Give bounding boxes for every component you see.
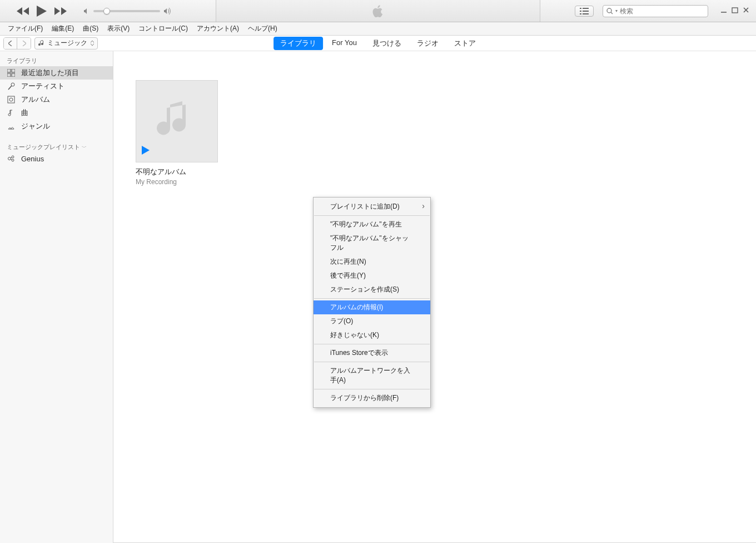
menu-help[interactable]: ヘルプ(H) [245, 23, 281, 34]
ctx-separator [314, 298, 430, 299]
menu-file[interactable]: ファイル(F) [4, 23, 46, 34]
tab-for-you[interactable]: For You [325, 37, 364, 50]
ctx-separator [314, 344, 430, 344]
svg-point-11 [9, 98, 13, 101]
ctx-item[interactable]: アルバムの情報(I) [314, 300, 430, 314]
search-input[interactable] [620, 7, 704, 15]
album-title: 不明なアルバム [136, 167, 218, 177]
ctx-item[interactable]: 後で再生(Y) [314, 269, 430, 283]
svg-rect-6 [7, 73, 11, 77]
sidebar-item-songs[interactable]: 曲 [0, 106, 113, 120]
search-dropdown-icon: ▾ [615, 8, 618, 13]
sidebar-item-label: 曲 [21, 108, 28, 118]
sidebar: ライブラリ 最近追加した項目 アーティスト アルバム 曲 ジャンル ミュージック… [0, 51, 113, 543]
sidebar-item-genius[interactable]: Genius [0, 152, 113, 165]
music-icon [38, 40, 45, 47]
svg-point-15 [12, 159, 14, 161]
sidebar-item-genres[interactable]: ジャンル [0, 120, 113, 133]
menu-control[interactable]: コントロール(C) [135, 23, 191, 34]
ctx-item[interactable]: ステーションを作成(S) [314, 283, 430, 297]
content-area: 不明なアルバム My Recording プレイリストに追加(D)"不明なアルバ… [113, 51, 756, 543]
tab-library[interactable]: ライブラリ [273, 37, 323, 50]
search-icon [606, 8, 613, 14]
play-album-button[interactable] [142, 146, 151, 156]
sidebar-item-albums[interactable]: アルバム [0, 93, 113, 106]
prev-track-button[interactable] [17, 7, 29, 15]
ctx-item[interactable]: 次に再生(N) [314, 255, 430, 269]
svg-rect-5 [12, 69, 15, 72]
svg-rect-3 [732, 8, 738, 13]
list-view-button[interactable] [575, 6, 594, 17]
chevron-down-icon: ﹀ [82, 145, 87, 150]
tab-radio[interactable]: ラジオ [410, 37, 445, 50]
ctx-item[interactable]: ラブ(O) [314, 314, 430, 328]
sidebar-library-header: ライブラリ [0, 55, 113, 66]
ctx-item[interactable]: ライブラリから削除(F) [314, 391, 430, 405]
close-button[interactable] [743, 7, 749, 15]
music-note-icon [155, 99, 199, 144]
sidebar-item-artists[interactable]: アーティスト [0, 80, 113, 93]
list-icon [580, 8, 589, 14]
ctx-separator [314, 362, 430, 362]
section-tabs: ライブラリ For You 見つける ラジオ ストア [273, 37, 483, 50]
playback-toolbar: ▾ [0, 0, 756, 22]
grid-icon [7, 68, 16, 77]
sidebar-item-label: アルバム [21, 95, 50, 105]
tab-store[interactable]: ストア [447, 37, 483, 50]
menu-song[interactable]: 曲(S) [79, 23, 102, 34]
note-icon [7, 108, 16, 117]
album-cover[interactable] [136, 80, 218, 162]
menu-edit[interactable]: 編集(E) [48, 23, 77, 34]
ctx-item[interactable]: 好きじゃない(K) [314, 328, 430, 342]
context-menu: プレイリストに追加(D)"不明なアルバム"を再生"不明なアルバム"をシャッフル次… [313, 197, 431, 408]
sidebar-item-recently-added[interactable]: 最近追加した項目 [0, 66, 113, 80]
search-field[interactable]: ▾ [603, 5, 708, 17]
nav-back-button[interactable] [4, 38, 17, 49]
sidebar-item-label: 最近追加した項目 [21, 68, 79, 78]
volume-min-icon [83, 8, 90, 14]
volume-max-icon [163, 8, 171, 14]
svg-point-14 [12, 156, 14, 158]
nav-row: ミュージック ライブラリ For You 見つける ラジオ ストア [0, 36, 756, 51]
sidebar-item-label: アーティスト [21, 81, 64, 91]
ctx-item[interactable]: アルバムアートワークを入手(A) [314, 364, 430, 387]
ctx-item[interactable]: "不明なアルバム"をシャッフル [314, 231, 430, 255]
media-type-label: ミュージック [47, 38, 87, 48]
genius-icon [7, 154, 16, 163]
next-track-button[interactable] [54, 7, 67, 15]
svg-line-1 [611, 12, 613, 14]
nav-forward-button[interactable] [17, 38, 31, 49]
svg-rect-7 [12, 73, 15, 77]
svg-rect-10 [8, 96, 14, 103]
menu-bar: ファイル(F) 編集(E) 曲(S) 表示(V) コントロール(C) アカウント… [0, 22, 756, 36]
svg-point-0 [607, 8, 611, 13]
menu-view[interactable]: 表示(V) [104, 23, 133, 34]
minimize-button[interactable] [720, 7, 727, 15]
album-icon [7, 95, 16, 104]
volume-slider[interactable] [83, 8, 171, 14]
ctx-item[interactable]: iTunes Storeで表示 [314, 346, 430, 360]
album-tile[interactable]: 不明なアルバム My Recording [136, 80, 218, 186]
menu-account[interactable]: アカウント(A) [193, 23, 242, 34]
ctx-item[interactable]: "不明なアルバム"を再生 [314, 218, 430, 231]
ctx-separator [314, 215, 430, 216]
svg-line-9 [8, 86, 12, 90]
ctx-separator [314, 389, 430, 389]
now-playing-display [216, 0, 540, 22]
album-artist: My Recording [136, 178, 218, 186]
svg-point-13 [8, 157, 11, 160]
genre-icon [7, 122, 16, 131]
sidebar-item-label: Genius [21, 155, 44, 163]
sidebar-playlists-header[interactable]: ミュージックプレイリスト ﹀ [0, 141, 113, 152]
apple-logo-icon [370, 3, 386, 19]
sidebar-item-label: ジャンル [21, 121, 50, 131]
tab-discover[interactable]: 見つける [366, 37, 408, 50]
svg-rect-4 [7, 69, 11, 72]
mic-icon [7, 82, 16, 91]
media-type-select[interactable]: ミュージック [34, 37, 98, 50]
maximize-button[interactable] [732, 7, 738, 15]
play-button[interactable] [37, 6, 47, 17]
ctx-item[interactable]: プレイリストに追加(D) [314, 200, 430, 214]
